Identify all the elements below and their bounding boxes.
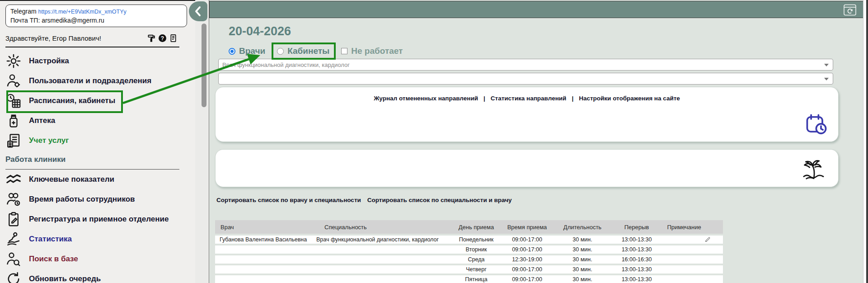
referrals-links: Журнал отмененных направлений | Статисти… — [216, 87, 838, 102]
sidebar-item-key-indicators[interactable]: Ключевые показатели — [5, 170, 195, 189]
sidebar-item-label: Расписания, кабинеты — [29, 96, 115, 105]
link-separator: | — [572, 95, 573, 102]
document-icon[interactable] — [169, 34, 178, 42]
site-display-settings-link[interactable]: Настройки отображения на сайте — [579, 95, 680, 102]
medicine-bottle-icon — [5, 113, 22, 129]
sidebar-scrollbar-thumb[interactable] — [202, 24, 206, 107]
doctors-radio-label[interactable]: Врачи — [239, 46, 265, 56]
doctors-radio[interactable] — [229, 48, 235, 55]
table-row: Губанова Валентина Васильевна Врач функц… — [215, 236, 723, 244]
table-row: Среда 12:30-19:00 30 мин. 16:00-16:30 — [215, 255, 723, 264]
not-working-label[interactable]: Не работает — [351, 46, 403, 56]
cell-note — [664, 236, 704, 244]
main-scrollbar-track[interactable] — [863, 0, 866, 283]
cell-time: 12:30-19:00 — [499, 255, 555, 264]
clipboard-pencil-icon — [5, 211, 22, 227]
dropdown-caret-icon — [824, 78, 829, 80]
cell-specialty — [314, 245, 454, 254]
telegram-label: Telegram — [10, 8, 37, 15]
col-actions — [704, 220, 723, 234]
doctor-select[interactable] — [218, 73, 833, 85]
sidebar-item-services-accounting[interactable]: Учет услуг — [5, 131, 195, 151]
cell-time: 09:00-17:00 — [499, 265, 555, 274]
cell-doctor — [215, 255, 314, 264]
page-right-edge — [866, 0, 868, 283]
sidebar-item-label: Учет услуг — [29, 136, 69, 145]
top-header-bar — [209, 1, 863, 18]
help-icon[interactable]: ? — [159, 34, 166, 42]
window-refresh-icon[interactable] — [842, 4, 858, 16]
sidebar-menu: Настройка Пользователи и подразделения — [5, 51, 195, 283]
cell-break: 13:00-13:30 — [610, 265, 664, 274]
referrals-panel: Журнал отмененных направлений | Статисти… — [215, 87, 839, 142]
calendar-clock-icon[interactable] — [805, 113, 828, 136]
main-content: 20-04-2026 Врачи Кабинеты Не работает Вр… — [209, 0, 863, 283]
sidebar-item-schedules-rooms[interactable]: Расписания, кабинеты — [5, 91, 195, 111]
sidebar-item-label: Ключевые показатели — [29, 175, 114, 184]
cell-specialty — [314, 265, 454, 274]
sort-by-doctor-link[interactable]: Сортировать список по врачу и специально… — [216, 197, 361, 203]
dropdown-caret-icon — [824, 64, 829, 66]
col-note: Примечание — [664, 220, 704, 234]
sidebar-item-label: Пользователи и подразделения — [29, 76, 151, 85]
theme-roller-icon[interactable] — [147, 34, 156, 42]
page: Telegram https://t.me/+E9VatKmDx_xmOTYy … — [0, 0, 868, 283]
cell-note — [664, 245, 704, 254]
sidebar-item-staff-hours[interactable]: Время работы сотрудников — [5, 189, 195, 209]
user-search-icon — [5, 251, 22, 267]
table-row: Вторник 09:00-17:00 30 мин. 13:00-13:30 — [215, 245, 723, 254]
sidebar-collapse-button[interactable] — [189, 1, 207, 21]
telegram-link[interactable]: https://t.me/+E9VatKmDx_xmOTYy — [38, 9, 126, 15]
sidebar-item-statistics[interactable]: Статистика — [5, 229, 195, 249]
table-row: Четверг 09:00-17:00 30 мин. 13:00-13:30 — [215, 265, 723, 274]
edit-pencil-icon[interactable] — [704, 236, 723, 244]
sidebar-item-database-search[interactable]: Поиск в базе — [5, 249, 195, 269]
palm-tree-icon — [801, 156, 826, 181]
ledger-icon — [5, 132, 22, 149]
link-separator: | — [483, 95, 485, 102]
support-mail-line: Почта ТП: arsmedika@mgerm.ru — [10, 16, 182, 25]
sidebar-item-label: Настройка — [29, 57, 69, 66]
inactive-checkbox-wrap: Не работает — [341, 46, 403, 56]
sidebar-item-settings[interactable]: Настройка — [5, 51, 195, 71]
cell-break: 13:00-13:30 — [610, 236, 664, 244]
rooms-radio[interactable] — [277, 48, 284, 55]
people-clock-icon — [5, 191, 22, 208]
cell-day: Среда — [454, 255, 499, 264]
not-working-checkbox[interactable] — [341, 48, 347, 54]
col-duration: Длительность — [555, 220, 610, 234]
cell-time: 09:00-17:00 — [499, 236, 555, 244]
filter-row: Врачи Кабинеты Не работает — [229, 43, 403, 59]
cell-doctor — [215, 245, 314, 254]
clock-calendar-icon — [5, 93, 22, 109]
sidebar-divider — [5, 47, 179, 47]
greeting-text: Здравствуйте, Егор Павлович! — [5, 34, 147, 42]
sidebar-item-registry[interactable]: Регистратура и приемное отделение — [5, 209, 195, 229]
cell-time: 09:00-17:00 — [499, 245, 555, 254]
referrals-stats-link[interactable]: Статистика направлений — [491, 95, 567, 102]
cell-day: Пятница — [454, 275, 499, 283]
person-desk-icon — [5, 231, 22, 247]
gear-icon — [5, 53, 22, 69]
sidebar-item-refresh-queue[interactable]: Обновить очередь — [5, 269, 195, 283]
sort-links-row: Сортировать список по врачу и специально… — [216, 197, 512, 203]
chevron-left-icon — [193, 5, 203, 17]
table-row: Пятница 09:00-17:00 30 мин. 13:00-13:30 — [215, 275, 723, 283]
cell-doctor — [215, 275, 314, 283]
cell-note — [664, 255, 704, 264]
sidebar-item-users-departments[interactable]: Пользователи и подразделения — [5, 71, 195, 91]
cell-time: 09:00-17:00 — [499, 275, 555, 283]
col-time: Время приема — [499, 220, 555, 234]
user-gear-icon — [5, 73, 22, 89]
cell-specialty — [314, 255, 454, 264]
greeting-row: Здравствуйте, Егор Павлович! ? — [5, 34, 184, 42]
rooms-radio-label[interactable]: Кабинеты — [287, 46, 329, 56]
sort-by-specialty-link[interactable]: Сортировать список по специальности и вр… — [367, 197, 512, 203]
specialty-select[interactable]: Врач функциональной диагностики, кардиол… — [218, 59, 833, 71]
schedule-table: Врач Специальность День приема Время при… — [215, 218, 723, 283]
cancelled-referrals-link[interactable]: Журнал отмененных направлений — [374, 95, 478, 102]
greeting-icons: ? — [147, 34, 178, 42]
sidebar-item-label: Регистратура и приемное отделение — [29, 215, 169, 224]
cell-day: Четверг — [454, 265, 499, 274]
sidebar-item-pharmacy[interactable]: Аптека — [5, 111, 195, 131]
